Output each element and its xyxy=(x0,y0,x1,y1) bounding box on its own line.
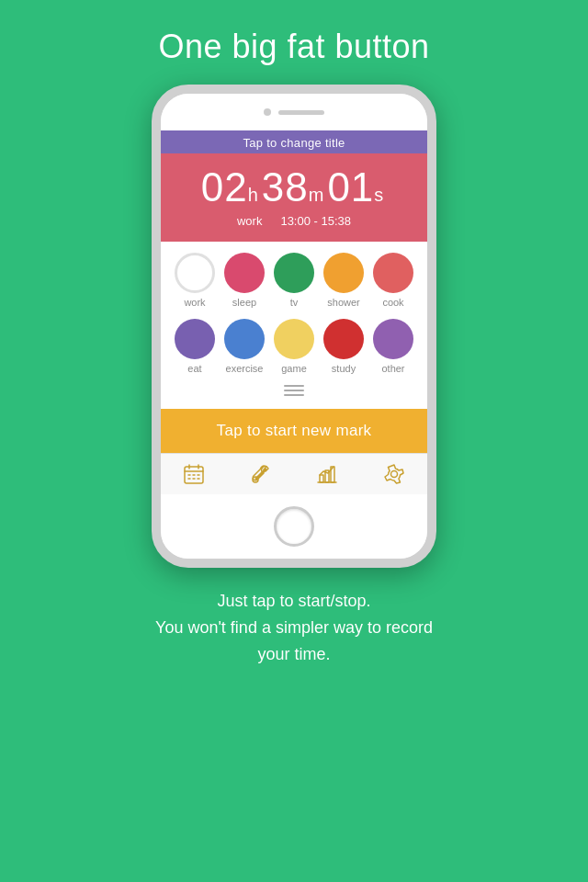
chart-nav-item[interactable] xyxy=(314,461,340,487)
activity-label-tv: tv xyxy=(290,297,299,308)
nav-bar xyxy=(161,453,427,494)
wrench-nav-item[interactable] xyxy=(248,461,274,487)
activity-item-work[interactable]: work xyxy=(171,253,219,308)
svg-point-15 xyxy=(390,471,397,478)
start-button-label: Tap to start new mark xyxy=(217,422,372,439)
activity-label-cook: cook xyxy=(382,297,403,308)
timer-hours: 02 xyxy=(201,164,248,210)
activity-circle-eat xyxy=(175,319,215,359)
activity-circle-exercise xyxy=(224,319,265,359)
hamburger-line-2 xyxy=(284,390,304,391)
activity-circle-sleep xyxy=(224,253,265,293)
timer-activity: work xyxy=(237,214,262,228)
hamburger-line-1 xyxy=(284,385,304,387)
activity-item-shower[interactable]: shower xyxy=(320,253,368,308)
timer-info: work 13:00 - 15:38 xyxy=(175,214,413,228)
timer-minutes: 38 xyxy=(262,164,309,210)
activity-label-exercise: exercise xyxy=(226,363,264,374)
activity-item-tv[interactable]: tv xyxy=(270,253,318,308)
hamburger-menu[interactable] xyxy=(170,385,418,396)
title-bar[interactable]: Tap to change title xyxy=(161,130,427,153)
settings-nav-item[interactable] xyxy=(381,461,407,487)
activity-circle-other xyxy=(373,319,413,359)
activity-circle-tv xyxy=(274,253,314,293)
activity-circle-shower xyxy=(323,253,364,293)
footer-text: Just tap to start/stop.You won't find a … xyxy=(119,588,469,667)
timer-minutes-unit: m xyxy=(309,185,324,206)
activity-item-study[interactable]: study xyxy=(320,319,368,374)
activity-circle-cook xyxy=(373,253,413,293)
activity-item-sleep[interactable]: sleep xyxy=(220,253,268,308)
activity-circle-study xyxy=(323,319,364,359)
activity-item-other[interactable]: other xyxy=(369,319,417,374)
hamburger-icon xyxy=(284,385,304,396)
activity-label-game: game xyxy=(281,363,307,374)
activity-grid: work sleep tv shower cook xyxy=(161,242,427,409)
activity-row-2: eat exercise game study other xyxy=(170,319,418,374)
timer-seconds: 01 xyxy=(327,164,374,210)
activity-item-eat[interactable]: eat xyxy=(171,319,219,374)
activity-label-shower: shower xyxy=(327,297,359,308)
home-button[interactable] xyxy=(274,506,314,547)
phone-speaker xyxy=(278,110,324,115)
phone-camera xyxy=(264,108,271,116)
activity-item-game[interactable]: game xyxy=(270,319,318,374)
timer-area[interactable]: 02 h 38 m 01 s work 13:00 - 15:38 xyxy=(161,153,427,242)
svg-rect-12 xyxy=(320,475,323,482)
phone-bottom xyxy=(161,494,427,559)
activity-label-eat: eat xyxy=(187,363,201,374)
activity-label-study: study xyxy=(332,363,356,374)
activity-label-work: work xyxy=(184,297,205,308)
activity-label-sleep: sleep xyxy=(232,297,256,308)
activity-row-1: work sleep tv shower cook xyxy=(170,253,418,308)
activity-item-cook[interactable]: cook xyxy=(369,253,417,308)
hamburger-line-3 xyxy=(284,394,304,396)
phone-screen: Tap to change title 02 h 38 m 01 s work … xyxy=(161,130,427,494)
timer-range: 13:00 - 15:38 xyxy=(280,214,351,228)
title-bar-label: Tap to change title xyxy=(243,136,345,150)
page-title: One big fat button xyxy=(158,28,429,66)
activity-label-other: other xyxy=(381,363,404,374)
phone-top-bar xyxy=(161,94,427,130)
start-button[interactable]: Tap to start new mark xyxy=(161,409,427,453)
phone-mockup: Tap to change title 02 h 38 m 01 s work … xyxy=(152,85,436,568)
calendar-nav-item[interactable] xyxy=(181,461,207,487)
activity-circle-game xyxy=(274,319,314,359)
timer-display: 02 h 38 m 01 s xyxy=(175,164,413,210)
activity-circle-work xyxy=(175,253,215,293)
timer-hours-unit: h xyxy=(248,185,258,206)
activity-item-exercise[interactable]: exercise xyxy=(220,319,268,374)
timer-seconds-unit: s xyxy=(374,185,383,206)
